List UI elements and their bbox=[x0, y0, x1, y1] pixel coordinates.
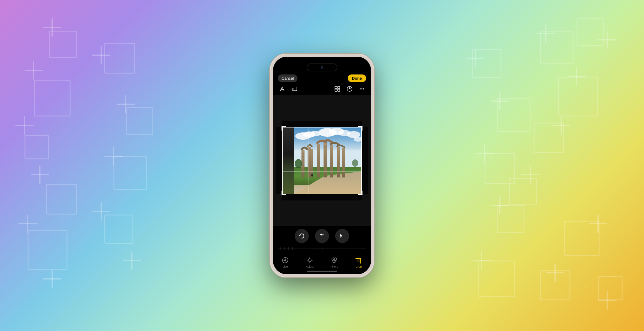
cancel-button[interactable]: Cancel bbox=[278, 74, 297, 82]
tab-crop[interactable]: Crop bbox=[351, 256, 366, 268]
ruler-center-indicator bbox=[322, 246, 322, 251]
ruler-tick bbox=[335, 247, 335, 250]
phone-device: Cancel Done bbox=[270, 54, 374, 277]
svg-rect-7 bbox=[338, 89, 340, 91]
toolbar-right-group bbox=[333, 85, 366, 93]
svg-line-1 bbox=[282, 87, 284, 91]
ruler-tick bbox=[325, 247, 325, 250]
ruler-tick-major bbox=[317, 246, 317, 251]
ruler-tick bbox=[351, 247, 351, 250]
secondary-toolbar bbox=[273, 83, 371, 95]
tab-filters[interactable]: Filters bbox=[327, 256, 342, 268]
ruler-tick bbox=[343, 247, 343, 250]
svg-rect-34 bbox=[317, 148, 320, 148]
ruler-tick bbox=[283, 247, 283, 250]
ruler-tick bbox=[315, 247, 315, 250]
svg-marker-43 bbox=[340, 236, 342, 238]
ruler-tick bbox=[301, 247, 301, 250]
ruler-tick bbox=[359, 247, 359, 250]
svg-rect-35 bbox=[324, 146, 327, 147]
svg-rect-26 bbox=[317, 144, 320, 177]
done-button[interactable]: Done bbox=[348, 74, 366, 82]
svg-rect-5 bbox=[338, 86, 340, 89]
tab-crop-label: Crop bbox=[356, 265, 362, 268]
tab-live[interactable]: Live bbox=[278, 256, 293, 268]
svg-rect-27 bbox=[324, 142, 327, 177]
original-icon[interactable] bbox=[333, 85, 342, 93]
phone-screen: Cancel Done bbox=[273, 57, 371, 274]
tab-filters-label: Filters bbox=[331, 265, 338, 268]
live-icon bbox=[281, 256, 289, 264]
enhance-icon[interactable] bbox=[345, 85, 354, 93]
adjust-icon bbox=[305, 256, 314, 264]
dynamic-island bbox=[307, 63, 337, 71]
top-toolbar: Cancel Done bbox=[273, 73, 371, 83]
ruler-tick-major bbox=[327, 246, 327, 251]
svg-marker-41 bbox=[322, 234, 324, 236]
status-bar bbox=[273, 57, 371, 73]
rotation-controls bbox=[273, 226, 371, 253]
svg-rect-3 bbox=[292, 87, 297, 91]
ruler-tick bbox=[281, 247, 281, 250]
ruler-tick bbox=[361, 247, 361, 250]
ruler-tick bbox=[321, 247, 321, 250]
ruler-tick-major bbox=[357, 246, 357, 251]
svg-point-10 bbox=[361, 88, 362, 89]
ruler-tick bbox=[295, 247, 295, 250]
tab-adjust[interactable]: Adjust bbox=[302, 256, 317, 268]
svg-point-57 bbox=[333, 260, 336, 263]
svg-rect-29 bbox=[337, 147, 340, 177]
ruler-tick-major bbox=[297, 246, 297, 251]
ruler-tick bbox=[305, 247, 305, 250]
flip-horizontal-button[interactable] bbox=[335, 229, 349, 243]
grid-line-horizontal-2 bbox=[282, 171, 362, 172]
photo-main-area bbox=[294, 127, 362, 194]
ruler-tick-major bbox=[287, 246, 287, 251]
more-options-icon[interactable] bbox=[358, 85, 366, 93]
rotate-ccw-button[interactable] bbox=[295, 229, 309, 243]
crop-corner-tl[interactable] bbox=[282, 126, 286, 131]
tab-adjust-label: Adjust bbox=[306, 265, 313, 268]
ruler-tick bbox=[355, 247, 355, 250]
crop-corner-br[interactable] bbox=[358, 191, 362, 195]
svg-point-56 bbox=[334, 258, 337, 261]
background: Cancel Done bbox=[0, 0, 644, 331]
ruler-tick bbox=[309, 247, 309, 250]
crop-corner-tr[interactable] bbox=[358, 126, 362, 131]
straighten-tool-icon[interactable] bbox=[278, 85, 286, 93]
flip-vertical-button[interactable] bbox=[315, 229, 329, 243]
aspect-ratio-tool-icon[interactable] bbox=[290, 85, 299, 93]
ruler-tick bbox=[285, 247, 285, 250]
svg-rect-25 bbox=[311, 149, 313, 177]
crop-corner-bl[interactable] bbox=[282, 191, 286, 195]
ruler-tick-major bbox=[337, 246, 337, 251]
ruler-tick bbox=[299, 247, 299, 250]
svg-marker-42 bbox=[340, 234, 342, 236]
crop-container[interactable] bbox=[282, 127, 362, 194]
svg-point-37 bbox=[352, 159, 358, 167]
ruler-tick bbox=[291, 247, 291, 250]
svg-rect-62 bbox=[357, 258, 361, 262]
ruler-tick-major bbox=[347, 246, 347, 251]
ruler-tick bbox=[331, 247, 331, 250]
svg-point-38 bbox=[311, 174, 313, 177]
ruler-tick bbox=[349, 247, 349, 250]
svg-point-45 bbox=[284, 259, 286, 261]
ruler-tick bbox=[323, 247, 323, 250]
svg-rect-31 bbox=[301, 153, 305, 154]
ruler-tick bbox=[333, 247, 333, 250]
svg-point-36 bbox=[295, 159, 302, 168]
svg-rect-32 bbox=[301, 156, 305, 157]
photo-dark-left bbox=[282, 127, 294, 194]
svg-rect-33 bbox=[308, 150, 311, 150]
svg-rect-6 bbox=[335, 89, 337, 91]
svg-point-11 bbox=[363, 88, 364, 89]
photo-edit-area[interactable] bbox=[273, 95, 371, 226]
rotation-ruler[interactable] bbox=[273, 245, 371, 252]
home-indicator-area bbox=[273, 269, 371, 274]
ruler-tick bbox=[303, 247, 303, 250]
ruler-tick bbox=[293, 247, 293, 250]
ruler-tick bbox=[289, 247, 289, 250]
svg-point-50 bbox=[308, 259, 311, 262]
photo-image bbox=[282, 127, 362, 194]
